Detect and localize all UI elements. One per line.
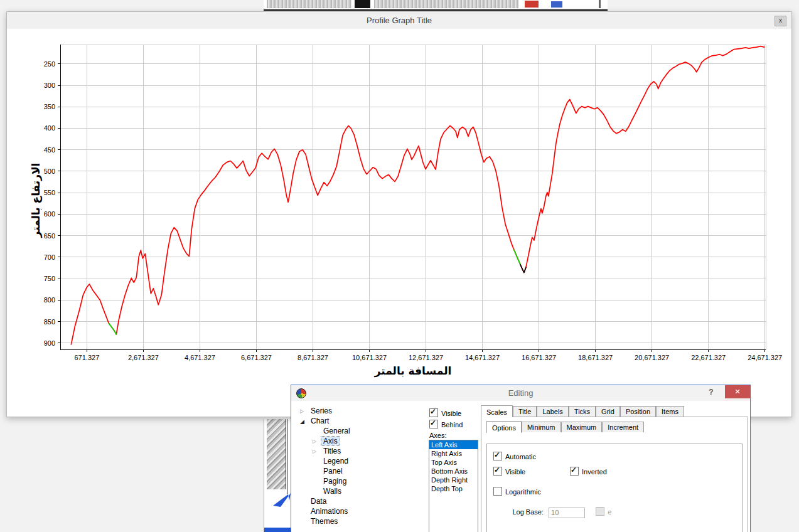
tree-item-animations[interactable]: Animations: [299, 506, 421, 516]
tree-item-walls[interactable]: Walls: [299, 486, 421, 496]
checkbox-box: [570, 467, 579, 476]
axes-list-item-top-axis[interactable]: Top Axis: [429, 458, 478, 467]
logarithmic-checkbox[interactable]: Logarithmic: [493, 487, 541, 496]
x-tick-label: 16,671.327: [522, 354, 556, 361]
axes-list-item-depth-right[interactable]: Depth Right: [429, 476, 478, 484]
tree-item-label: Legend: [321, 457, 350, 466]
tab-options[interactable]: Options: [486, 421, 522, 433]
checkbox-box: [493, 467, 502, 476]
divider: [599, 0, 601, 8]
tree-item-label: Panel: [321, 467, 345, 476]
x-tick-label: 4,671.327: [185, 354, 215, 361]
tree-item-series[interactable]: ▷Series: [299, 406, 421, 416]
axes-list-item-left-axis[interactable]: Left Axis: [429, 440, 478, 449]
collapse-icon[interactable]: ◢: [300, 417, 309, 427]
tree-item-label: Themes: [309, 517, 340, 526]
log-base-row: Log Base: e: [487, 507, 611, 518]
tree-item-legend[interactable]: Legend: [299, 456, 421, 466]
map-thumbnail-texture: [267, 0, 351, 8]
tree-item-label: Data: [309, 497, 328, 506]
log-base-input[interactable]: [549, 508, 585, 518]
tab-maximum[interactable]: Maximum: [561, 422, 603, 432]
tab-increment[interactable]: Increment: [602, 422, 644, 432]
series-elevation-profile: [71, 46, 764, 344]
behind-checkbox[interactable]: Behind: [429, 420, 463, 428]
checkbox-label: Visible: [441, 410, 461, 417]
dialog-title-bar[interactable]: Editing ? ✕: [291, 385, 750, 401]
axes-listbox[interactable]: Left AxisRight AxisTop AxisBottom AxisDe…: [429, 440, 478, 532]
red-swatch: [525, 1, 539, 8]
axes-list-item-depth-top[interactable]: Depth Top: [429, 484, 478, 493]
checkbox-box: [493, 452, 502, 460]
map-symbol-icon: [272, 492, 293, 508]
tree-item-general[interactable]: General: [299, 426, 421, 436]
map-thumbnail-texture: [374, 0, 518, 8]
blue-swatch: [551, 1, 562, 8]
x-tick-label: 10,671.327: [352, 354, 387, 361]
expand-icon[interactable]: ▷: [313, 437, 321, 447]
axes-list-item-bottom-axis[interactable]: Bottom Axis: [429, 467, 478, 476]
log-base-label: Log Base:: [487, 508, 544, 516]
x-tick-label: 18,671.327: [578, 354, 613, 361]
tree-item-label: General: [321, 427, 352, 435]
scales-tab-page: OptionsMinimumMaximumIncrement Automatic…: [481, 417, 748, 532]
checkbox-label: e: [608, 508, 611, 516]
tab-position[interactable]: Position: [620, 406, 656, 417]
tab-labels[interactable]: Labels: [537, 406, 568, 417]
checkbox-box: [596, 507, 604, 516]
background-window-fragment-top: [264, 0, 608, 11]
y-axis-title: الارتفاع بالمتر: [23, 50, 48, 351]
tab-ticks[interactable]: Ticks: [569, 406, 596, 417]
map-texture: [267, 419, 286, 489]
tree-item-axis[interactable]: ▷Axis: [299, 436, 421, 446]
x-tick-label: 24,671.327: [748, 354, 782, 361]
checkbox-label: Automatic: [505, 453, 536, 460]
automatic-checkbox[interactable]: Automatic: [493, 452, 536, 460]
tab-scales[interactable]: Scales: [481, 405, 513, 417]
close-button[interactable]: x: [775, 16, 786, 26]
checkbox-box: [429, 420, 438, 428]
tree-item-label: Walls: [321, 487, 343, 496]
help-button[interactable]: ?: [706, 388, 716, 398]
checkbox-label: Behind: [441, 421, 463, 428]
plot-frame: [60, 45, 766, 349]
close-icon[interactable]: ✕: [725, 385, 750, 398]
dialog-title: Editing: [291, 388, 750, 398]
black-block: [355, 0, 370, 8]
chart-editor-tree: ▷Series◢ChartGeneral▷Axis▷TitlesLegendPa…: [299, 406, 421, 526]
tree-item-label: Series: [309, 407, 334, 415]
tab-grid[interactable]: Grid: [596, 406, 620, 417]
x-tick-label: 671.327: [74, 354, 99, 361]
axes-list-item-right-axis[interactable]: Right Axis: [429, 449, 478, 458]
tree-item-label: Titles: [321, 447, 343, 455]
expand-icon[interactable]: ▷: [313, 447, 321, 457]
tab-minimum[interactable]: Minimum: [522, 422, 561, 432]
window-title: Profile Graph Title: [7, 16, 791, 25]
x-tick-label: 6,671.327: [241, 354, 272, 361]
e-checkbox[interactable]: e: [596, 508, 611, 516]
x-tick-label: 8,671.327: [298, 354, 328, 361]
tree-item-panel[interactable]: Panel: [299, 466, 421, 476]
checkbox-label: Visible: [505, 468, 525, 476]
options-tab-page: Automatic Visible Inverted Logarithmic L…: [486, 444, 743, 532]
expand-icon[interactable]: ▷: [300, 407, 309, 417]
tree-item-themes[interactable]: Themes: [299, 516, 421, 526]
tab-title[interactable]: Title: [513, 406, 537, 417]
tab-items[interactable]: Items: [656, 406, 684, 417]
title-bar[interactable]: Profile Graph Title x: [7, 12, 791, 29]
visible-checkbox[interactable]: Visible: [429, 408, 461, 417]
profile-graph-window: Profile Graph Title x 671.3272,671.3274,…: [6, 11, 792, 417]
tree-item-label: Axis: [321, 437, 340, 445]
axis-visible-checkbox[interactable]: Visible: [493, 467, 525, 476]
tree-item-chart[interactable]: ◢Chart: [299, 416, 421, 426]
x-axis-title: المسافة بالمتر: [60, 364, 766, 377]
x-tick-label: 20,671.327: [635, 354, 669, 361]
series-highlight-green-1: [109, 323, 116, 334]
tree-item-paging[interactable]: Paging: [299, 476, 421, 486]
dialog-body: ▷Series◢ChartGeneral▷Axis▷TitlesLegendPa…: [291, 401, 750, 532]
inverted-checkbox[interactable]: Inverted: [570, 467, 607, 476]
axis-tabs: ScalesTitleLabelsTicksGridPositionItems: [481, 405, 684, 417]
series-dip-black: [520, 265, 526, 273]
tree-item-data[interactable]: Data: [299, 496, 421, 506]
tree-item-titles[interactable]: ▷Titles: [299, 446, 421, 456]
